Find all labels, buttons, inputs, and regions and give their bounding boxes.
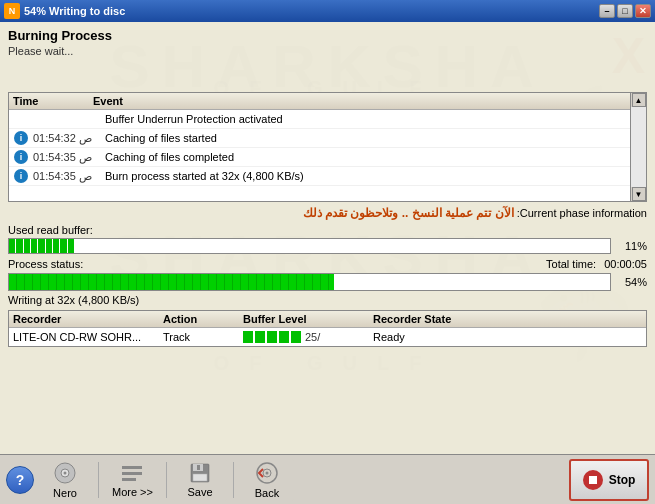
save-icon [188, 462, 212, 484]
stop-button[interactable]: Stop [569, 459, 649, 501]
save-label: Save [187, 486, 212, 498]
stop-icon [583, 470, 603, 490]
minimize-button[interactable]: – [599, 4, 615, 18]
buffer-number: 25/ [305, 331, 320, 343]
recorder-header: Recorder Action Buffer Level Recorder St… [9, 311, 646, 328]
save-button[interactable]: Save [173, 459, 227, 501]
close-button[interactable]: ✕ [635, 4, 651, 18]
phase-label: Current phase information: [514, 207, 647, 219]
info-icon: i [14, 150, 28, 164]
phase-arabic-text: الآن تتم عملية النسخ .. وتلاحظون تقدم ذل… [303, 206, 514, 220]
scrollbar-track [631, 107, 646, 187]
scrollbar-down-arrow[interactable]: ▼ [632, 187, 646, 201]
bottom-toolbar: ? Nero More >> [0, 454, 655, 504]
log-row-icon: i [13, 149, 29, 165]
please-wait-label: Please wait... [8, 45, 647, 57]
log-row-event: Buffer Underrun Protection activated [105, 113, 642, 125]
read-buffer-bar [8, 238, 611, 254]
recorder-state: Ready [373, 331, 642, 343]
nero-label: Nero [53, 487, 77, 499]
buffer-bar-4 [279, 331, 289, 343]
svg-point-12 [265, 471, 268, 474]
log-col-time-header: Time [13, 95, 93, 107]
col-recorder-header: Recorder [13, 313, 163, 325]
help-button[interactable]: ? [6, 466, 34, 494]
recorder-table: Recorder Action Buffer Level Recorder St… [8, 310, 647, 347]
status-row: Process status: Total time: 00:00:05 [8, 258, 647, 270]
total-time-value: 00:00:05 [604, 258, 647, 270]
col-buffer-header: Buffer Level [243, 313, 373, 325]
log-row: i 01:54:35 ص Burn process started at 32x… [9, 167, 646, 186]
log-area: Time Event Buffer Underrun Protection ac… [8, 92, 647, 202]
scrollbar-up-arrow[interactable]: ▲ [632, 93, 646, 107]
read-buffer-fill [9, 239, 75, 253]
col-state-header: Recorder State [373, 313, 642, 325]
log-col-event-header: Event [93, 95, 626, 107]
read-buffer-label: Used read buffer: [8, 224, 647, 236]
log-row-time: 01:54:35 ص [33, 170, 105, 183]
process-progress-row: 54% [8, 273, 647, 291]
title-bar-buttons: – □ ✕ [599, 4, 651, 18]
more-label: More >> [112, 486, 153, 498]
log-scrollbar[interactable]: ▲ ▼ [630, 93, 646, 201]
back-label: Back [255, 487, 279, 499]
log-row-icon: i [13, 130, 29, 146]
svg-rect-4 [122, 472, 142, 475]
buffer-bar-2 [255, 331, 265, 343]
log-row-time: 01:54:32 ص [33, 132, 105, 145]
stop-label: Stop [609, 473, 636, 487]
recorder-name: LITE-ON CD-RW SOHR... [13, 331, 163, 343]
header-area: Burning Process Please wait... [8, 28, 647, 88]
process-status-label: Process status: [8, 258, 83, 270]
writing-speed-text: Writing at 32x (4,800 KB/s) [8, 294, 139, 306]
log-row-event: Caching of files started [105, 132, 642, 144]
back-icon [255, 461, 279, 485]
window-content: SHARKSHA OF GULF SHARKSHA OF GULF X 🦈 🦈 … [0, 22, 655, 504]
phase-info: Current phase information: الآن تتم عملي… [8, 206, 647, 220]
col-action-header: Action [163, 313, 243, 325]
log-row-event: Burn process started at 32x (4,800 KB/s) [105, 170, 642, 182]
read-buffer-section: Used read buffer: 11% [8, 224, 647, 254]
toolbar-separator-2 [166, 462, 167, 498]
svg-rect-3 [122, 466, 142, 469]
log-row-time: 01:54:35 ص [33, 151, 105, 164]
read-buffer-row: 11% [8, 238, 647, 254]
burning-process-title: Burning Process [8, 28, 647, 43]
log-rows: Buffer Underrun Protection activated i 0… [9, 110, 646, 194]
log-row-event: Caching of files completed [105, 151, 642, 163]
buffer-bar-1 [243, 331, 253, 343]
log-header: Time Event [9, 93, 646, 110]
log-row: i 01:54:32 ص Caching of files started [9, 129, 646, 148]
more-button[interactable]: More >> [105, 459, 160, 501]
info-icon: i [14, 131, 28, 145]
title-bar: N 54% Writing to disc – □ ✕ [0, 0, 655, 22]
maximize-button[interactable]: □ [617, 4, 633, 18]
log-row: Buffer Underrun Protection activated [9, 110, 646, 129]
more-icon [120, 462, 144, 484]
svg-point-2 [64, 471, 67, 474]
recorder-buffer: 25/ [243, 331, 373, 343]
total-time-section: Total time: 00:00:05 [546, 258, 647, 270]
writing-speed: Writing at 32x (4,800 KB/s) [8, 294, 647, 306]
log-row: i 01:54:35 ص Caching of files completed [9, 148, 646, 167]
svg-rect-5 [122, 478, 136, 481]
buffer-bar-5 [291, 331, 301, 343]
toolbar-separator-1 [98, 462, 99, 498]
recorder-action: Track [163, 331, 243, 343]
buffer-bar-group [243, 331, 301, 343]
total-time-label: Total time: [546, 258, 596, 270]
back-button[interactable]: Back [240, 459, 294, 501]
title-bar-text: 54% Writing to disc [24, 5, 599, 17]
process-bar [8, 273, 611, 291]
recorder-row: LITE-ON CD-RW SOHR... Track 25/ Ready [9, 328, 646, 346]
svg-rect-9 [197, 465, 200, 470]
read-buffer-percent: 11% [617, 240, 647, 252]
process-percent: 54% [617, 276, 647, 288]
buffer-bar-3 [267, 331, 277, 343]
log-row-icon: i [13, 168, 29, 184]
process-bar-fill [9, 274, 334, 290]
nero-button[interactable]: Nero [38, 459, 92, 501]
svg-rect-8 [193, 474, 207, 481]
log-row-icon [13, 111, 29, 127]
toolbar-separator-3 [233, 462, 234, 498]
